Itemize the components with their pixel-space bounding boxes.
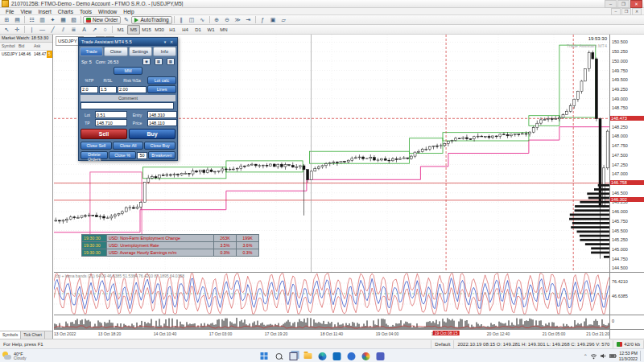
tab-info[interactable]: Info xyxy=(153,47,176,56)
chart-shift-icon[interactable]: ⇥ xyxy=(243,15,254,25)
profiles-icon[interactable]: ▤ xyxy=(12,15,23,25)
zoom-in-icon[interactable]: ⊕ xyxy=(212,15,222,25)
lot-value[interactable]: 0.51 xyxy=(95,111,127,118)
crosshair-icon[interactable]: ✛ xyxy=(12,25,23,35)
tab-tick-chart[interactable]: Tick Chart xyxy=(21,331,45,339)
tab-settings[interactable]: Settings xyxy=(129,47,152,56)
chart-bars-icon[interactable]: ∥ xyxy=(176,15,187,25)
timeframe-d1[interactable]: D1 xyxy=(192,25,204,35)
tp-price-value[interactable]: 148.710 xyxy=(95,119,127,126)
mm-button[interactable]: MM xyxy=(114,67,142,75)
task-view-button[interactable] xyxy=(288,351,299,361)
chart-candles-icon[interactable]: ◫ xyxy=(187,15,197,25)
time-axis[interactable]: 13 Oct 202213 Oct 18:2014 Oct 10:4017 Oc… xyxy=(54,330,609,339)
photos-button[interactable] xyxy=(361,351,371,361)
autoscroll-icon[interactable]: ≫ xyxy=(233,15,243,25)
channel-icon[interactable]: ⫽ xyxy=(58,25,68,35)
navigator-icon[interactable]: ✦ xyxy=(47,15,58,25)
metaeditor-icon[interactable]: ✎ xyxy=(121,15,131,25)
trade-panel-close-icon[interactable]: ✕ xyxy=(168,39,175,44)
terminal-icon[interactable]: ▦ xyxy=(58,15,68,25)
volume-icon[interactable] xyxy=(600,352,607,360)
timeframe-m30[interactable]: M30 xyxy=(153,25,166,35)
data-window-icon[interactable]: ▥ xyxy=(37,15,47,25)
show-desktop-button[interactable] xyxy=(640,351,642,361)
menu-insert[interactable]: Insert xyxy=(35,9,54,14)
timeframe-m1[interactable]: M1 xyxy=(114,25,127,35)
timeframe-m15[interactable]: M15 xyxy=(140,25,153,35)
close-all-button[interactable]: Close All xyxy=(113,142,144,150)
teams-button[interactable] xyxy=(375,351,386,361)
weather-widget[interactable]: 40°F Cloudy xyxy=(2,350,27,362)
new-order-button[interactable]: New Order xyxy=(83,16,121,24)
window-restore-button[interactable]: ❐ xyxy=(617,0,630,8)
strategy-tester-icon[interactable]: ▧ xyxy=(68,15,79,25)
tile-windows-icon[interactable]: ▣ xyxy=(268,15,279,25)
lines-button[interactable]: Lines xyxy=(147,85,176,93)
entry-value[interactable]: 148.310 xyxy=(147,111,177,118)
indicators-icon[interactable]: ƒ xyxy=(258,15,268,25)
file-explorer-button[interactable] xyxy=(303,351,313,361)
timeframe-mn[interactable]: MN xyxy=(217,25,230,35)
breakeven-button[interactable]: Breakeven xyxy=(148,151,175,159)
search-button[interactable] xyxy=(274,351,284,361)
trade-panel-collapse-icon[interactable]: ▾ xyxy=(162,39,168,44)
trendline-icon[interactable]: ╱ xyxy=(47,25,58,35)
eye-icon[interactable]: ◉ xyxy=(142,58,151,65)
text-tool-icon[interactable]: A xyxy=(79,25,89,35)
buy-button[interactable]: Buy xyxy=(129,129,175,139)
price-scale[interactable]: 150.500150.250150.000149.750149.500149.2… xyxy=(609,35,644,339)
close-percent-button[interactable]: Close % xyxy=(109,151,136,159)
taskbar-clock[interactable]: 12:53 PM 11/3/2022 xyxy=(619,351,638,360)
menu-charts[interactable]: Charts xyxy=(55,9,76,14)
close-buy-button[interactable]: Close Buy xyxy=(144,142,175,150)
risk-input[interactable] xyxy=(118,86,147,93)
price-value[interactable]: 148.110 xyxy=(147,119,177,126)
menu-file[interactable]: File xyxy=(2,9,17,14)
start-button[interactable] xyxy=(259,351,270,361)
trade-panel-titlebar[interactable]: Trade Assistant MT4 5.5 ▾ ✕ xyxy=(79,38,177,46)
status-template[interactable]: Default xyxy=(431,340,454,348)
lock-icon[interactable]: ▩ xyxy=(167,58,175,65)
timeframe-h1[interactable]: H1 xyxy=(166,25,179,35)
close-percent-input[interactable] xyxy=(137,152,147,159)
price-chart-pane[interactable]: USDJPY ▾ ◂ ▸ 19:53:30 Trade Assistant MT… xyxy=(54,35,609,273)
menu-tools[interactable]: Tools xyxy=(76,9,95,14)
comment-input[interactable] xyxy=(80,102,174,109)
close-sell-button[interactable]: Close Sell xyxy=(80,142,112,150)
window-minimize-button[interactable]: – xyxy=(605,0,617,8)
new-chart-icon[interactable]: ⊞ xyxy=(2,15,12,25)
edge-button[interactable] xyxy=(317,351,328,361)
horizontal-line-icon[interactable]: — xyxy=(37,25,47,35)
tp-percent-input[interactable] xyxy=(80,86,98,93)
sell-button[interactable]: Sell xyxy=(80,129,127,139)
menu-view[interactable]: View xyxy=(17,9,35,14)
tray-chevron-icon[interactable]: ⌃ xyxy=(584,353,588,359)
tab-trade[interactable]: Trade xyxy=(80,47,103,56)
vertical-line-icon[interactable]: ∣ xyxy=(27,25,37,35)
market-watch-row-usdjpy[interactable]: USDJPY 148.46 148.47 5 xyxy=(0,51,52,58)
window-close-button[interactable]: ✕ xyxy=(630,0,642,8)
templates-icon[interactable]: ▱ xyxy=(279,15,289,25)
zoom-out-icon[interactable]: ⊖ xyxy=(222,15,233,25)
menu-window[interactable]: Window xyxy=(95,9,120,14)
mail-button[interactable] xyxy=(346,351,357,361)
chart-close-button[interactable]: ✕ xyxy=(632,8,642,15)
timeframe-m5[interactable]: M5 xyxy=(127,25,140,35)
market-watch-icon[interactable]: ☷ xyxy=(27,15,37,25)
wifi-icon[interactable] xyxy=(590,352,597,360)
indicator-pane-2[interactable] xyxy=(54,315,609,330)
lot-calc-button[interactable]: Lot calc xyxy=(147,76,176,84)
store-button[interactable] xyxy=(332,351,342,361)
chart-line-icon[interactable]: ∿ xyxy=(197,15,208,25)
shapes-icon[interactable]: ○ xyxy=(100,25,110,35)
timeframe-w1[interactable]: W1 xyxy=(204,25,217,35)
arrow-tool-icon[interactable]: ↗ xyxy=(89,25,100,35)
timeframe-h4[interactable]: H4 xyxy=(179,25,192,35)
tab-close[interactable]: Close xyxy=(104,47,127,56)
menu-help[interactable]: Help xyxy=(120,9,137,14)
cursor-icon[interactable]: ↖ xyxy=(2,25,12,35)
calculator-icon[interactable]: ▦ xyxy=(155,58,163,65)
indicator-pane-1[interactable]: cci + lwma bands (21) 64.09 46.6385 51.5… xyxy=(54,273,609,315)
battery-icon[interactable] xyxy=(609,352,617,360)
